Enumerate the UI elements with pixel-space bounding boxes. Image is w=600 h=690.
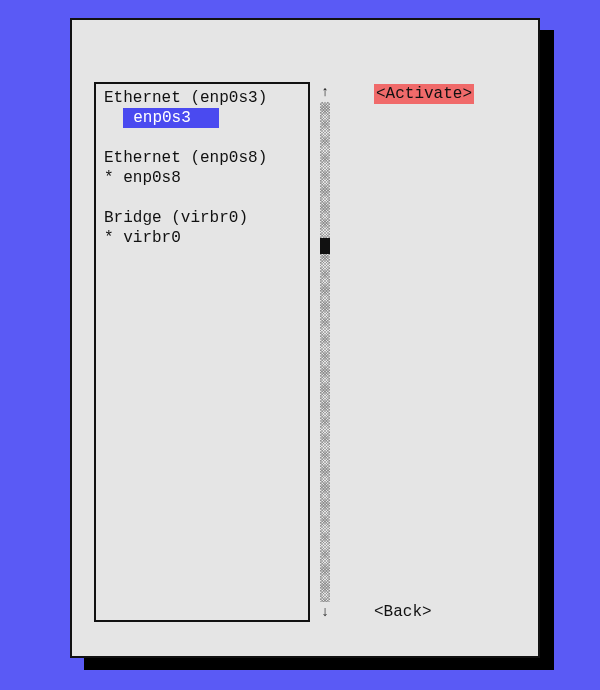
connection-header: Ethernet (enp0s3) (104, 88, 300, 108)
active-marker: * (104, 229, 114, 247)
connection-item[interactable]: enp0s3 (104, 108, 300, 128)
activate-button[interactable]: <Activate> (374, 84, 474, 104)
scroll-up-icon[interactable]: ↑ (318, 82, 332, 102)
scrollbar-track-fill (320, 102, 330, 602)
connection-item-label: enp0s3 (123, 108, 219, 128)
connection-header: Bridge (virbr0) (104, 208, 300, 228)
connection-list: Ethernet (enp0s3) enp0s3Ethernet (enp0s8… (94, 82, 310, 622)
connection-item-label: virbr0 (114, 229, 181, 247)
scroll-down-icon[interactable]: ↓ (318, 602, 332, 622)
connection-item-label: enp0s8 (114, 169, 181, 187)
nmtui-dialog: Ethernet (enp0s3) enp0s3Ethernet (enp0s8… (70, 18, 540, 658)
scrollbar[interactable]: ↑ ↓ (318, 82, 332, 622)
scrollbar-track[interactable] (320, 102, 330, 602)
scrollbar-thumb[interactable] (320, 238, 330, 254)
active-marker: * (104, 169, 114, 187)
connection-item[interactable]: * virbr0 (104, 228, 300, 248)
back-button[interactable]: <Back> (374, 602, 432, 622)
connection-item[interactable]: * enp0s8 (104, 168, 300, 188)
connection-header: Ethernet (enp0s8) (104, 148, 300, 168)
